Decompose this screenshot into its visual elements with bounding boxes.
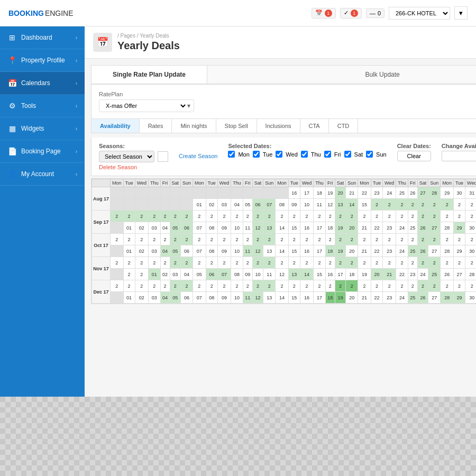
- table-row: Dec 17 2 2 2 2 2 2 2 2 2 2: [92, 280, 477, 292]
- main-tab-bar: Single Rate Plan Update Bulk Update: [91, 65, 476, 84]
- calendar-container: Mon Tue Wed Thu Fri Sat Sun Mon Tue Wed: [91, 178, 476, 304]
- month-header-col: [92, 179, 111, 187]
- form-section: RatePlan X-mas Offer ▾: [91, 84, 476, 119]
- delete-season-link[interactable]: Delete Season: [99, 164, 168, 170]
- avail-input[interactable]: [442, 151, 476, 161]
- table-row: 01 02 03 04 05 06 07 08 09 10 11: [92, 292, 477, 304]
- sidebar-item-calendars[interactable]: 📅 Calendars ›: [0, 72, 85, 95]
- sub-tab-ctd[interactable]: CTD: [329, 119, 359, 133]
- day-header-mon-5: Mon: [441, 179, 454, 187]
- rate-plan-select[interactable]: X-mas Offer: [99, 100, 187, 112]
- sidebar-label-dashboard: Dashboard: [21, 34, 52, 41]
- hotel-select[interactable]: 266-CK HOTEL: [389, 7, 450, 20]
- day-header-wed-5: Wed: [465, 179, 476, 187]
- sidebar-label-booking-page: Booking Page: [21, 148, 61, 155]
- day-header-sun-4: Sun: [428, 179, 441, 187]
- logo-booking: BOOKING: [8, 9, 44, 17]
- header-dropdown-button[interactable]: ▾: [454, 6, 468, 20]
- sidebar-label-tools: Tools: [21, 102, 36, 109]
- day-header-thu-3: Thu: [314, 179, 326, 187]
- sidebar-label-calendars: Calendars: [21, 79, 50, 87]
- month-label-sep: Sep 17: [92, 210, 111, 234]
- day-header-fri-3: Fri: [325, 179, 335, 187]
- day-header-wed-4: Wed: [382, 179, 396, 187]
- content-area: 📅 / Pages / Yearly Deals Yearly Deals Si…: [85, 26, 476, 397]
- season-select[interactable]: Select Season: [99, 151, 154, 162]
- day-header-mon-3: Mon: [276, 179, 289, 187]
- clear-button[interactable]: Clear: [397, 151, 431, 161]
- checkbox-sat[interactable]: [344, 151, 351, 158]
- sidebar-label-widgets: Widgets: [21, 125, 44, 132]
- sub-tab-availability[interactable]: Availability: [91, 119, 140, 133]
- day-header-thu-4: Thu: [396, 179, 408, 187]
- check-badge[interactable]: ✓ 1: [340, 8, 362, 19]
- day-header-wed-1: Wed: [135, 179, 148, 187]
- sub-tab-stop-sell[interactable]: Stop Sell: [216, 119, 257, 133]
- breadcrumb: / Pages / Yearly Deals: [117, 33, 476, 39]
- create-season-link[interactable]: Create Season: [179, 153, 217, 159]
- day-header-mon-2: Mon: [193, 179, 206, 187]
- table-row: 01 02 03 04 05 06 07 08 09 10 11: [92, 222, 477, 234]
- day-header-sat-3: Sat: [335, 179, 346, 187]
- property-icon: 📍: [7, 56, 17, 65]
- day-header-sat-4: Sat: [417, 179, 428, 187]
- tab-single-rate[interactable]: Single Rate Plan Update: [91, 66, 207, 84]
- table-row: Oct 17 2 2 2 2 2 2 2 2 2 2: [92, 234, 477, 245]
- minus-icon: —: [370, 10, 376, 16]
- sidebar-item-dashboard[interactable]: ⊞ Dashboard ›: [0, 26, 85, 49]
- table-row: 2 2 01 02 03 04 05 06 07 08 09: [92, 269, 477, 280]
- selected-dates-label: Selected Dates:: [228, 143, 386, 149]
- sub-tab-min-nights[interactable]: Min nights: [172, 119, 216, 133]
- clear-dates-label: Clear Dates:: [397, 143, 431, 149]
- chevron-icon: ›: [76, 35, 77, 41]
- sidebar-item-tools[interactable]: ⚙ Tools ›: [0, 95, 85, 117]
- main-layout: ⊞ Dashboard › 📍 Property Profile › 📅 Cal…: [0, 26, 476, 397]
- chevron-icon-7: ›: [76, 171, 77, 177]
- checkbox-sun[interactable]: [366, 151, 373, 158]
- checkbox-tue[interactable]: [253, 151, 260, 158]
- sidebar-item-booking-page[interactable]: 📄 Booking Page ›: [0, 140, 85, 163]
- minus-count: 0: [378, 10, 381, 16]
- top-header: BOOKING ENGINE 📅 1 ✓ 1 — 0 266-CK HOTEL …: [0, 0, 476, 26]
- clear-group: Clear Dates: Clear: [397, 143, 431, 161]
- tab-bulk-update[interactable]: Bulk Update: [207, 66, 476, 84]
- table-row: 01 02 03 04 05 06 07 08 09 10 11: [92, 199, 477, 210]
- day-header-fri-4: Fri: [408, 179, 417, 187]
- checkbox-mon[interactable]: [228, 151, 235, 158]
- sub-tab-cta[interactable]: CTA: [300, 119, 329, 133]
- seasons-label: Seasons:: [99, 143, 168, 149]
- day-header-sat-2: Sat: [252, 179, 263, 187]
- calendar-badge[interactable]: 📅 1: [312, 8, 336, 19]
- rate-plan-select-wrapper[interactable]: X-mas Offer ▾: [99, 99, 194, 112]
- chevron-icon-5: ›: [76, 126, 77, 132]
- dashboard-icon: ⊞: [7, 33, 17, 42]
- sub-tab-inclusions[interactable]: Inclusions: [257, 119, 300, 133]
- minus-badge[interactable]: — 0: [366, 8, 385, 18]
- checkbox-thu[interactable]: [301, 151, 308, 158]
- sub-tab-rates[interactable]: Rates: [140, 119, 172, 133]
- calendar-count: 1: [325, 10, 332, 17]
- checkbox-wed[interactable]: [276, 151, 282, 158]
- day-header-tue-3: Tue: [288, 179, 300, 187]
- day-header-tue-1: Tue: [123, 179, 135, 187]
- checkbox-fri[interactable]: [324, 151, 331, 158]
- logo: BOOKING ENGINE: [8, 9, 74, 17]
- inner-content: Single Rate Plan Update Bulk Update Rate…: [85, 59, 476, 310]
- calendar-icon: 📅: [315, 10, 323, 16]
- selected-dates-group: Selected Dates: Mon Tue Wed Thu Fri Sat …: [228, 143, 386, 158]
- header-right: 📅 1 ✓ 1 — 0 266-CK HOTEL ▾: [312, 6, 468, 20]
- sidebar-item-my-account[interactable]: 👤 My Account ›: [0, 163, 85, 186]
- month-label-aug: Aug 17: [92, 187, 111, 210]
- sidebar-item-widgets[interactable]: ▦ Widgets ›: [0, 117, 85, 140]
- logo-engine: ENGINE: [45, 9, 74, 17]
- booking-page-icon: 📄: [7, 147, 17, 156]
- widgets-icon: ▦: [7, 124, 17, 133]
- day-header-wed-3: Wed: [300, 179, 313, 187]
- day-header-sun-3: Sun: [346, 179, 358, 187]
- calendars-icon: 📅: [7, 78, 17, 88]
- sidebar-item-property-profile[interactable]: 📍 Property Profile ›: [0, 49, 85, 72]
- day-header-fri-1: Fri: [160, 179, 170, 187]
- tools-icon: ⚙: [7, 101, 17, 111]
- check-icon: ✓: [344, 10, 349, 16]
- day-header-wed-2: Wed: [217, 179, 231, 187]
